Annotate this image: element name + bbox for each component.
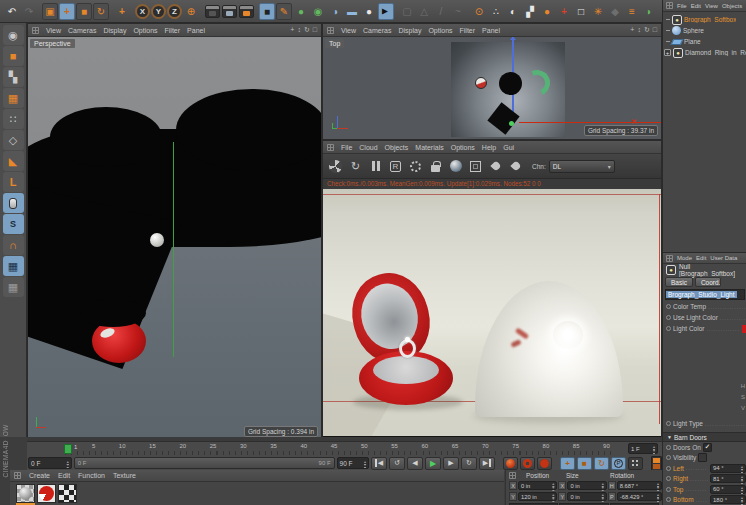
menu-options[interactable]: Options <box>133 27 157 34</box>
make-editable-icon[interactable]: ◉ <box>3 25 24 45</box>
panel-handle-icon[interactable] <box>666 2 673 9</box>
keyframe-dot-icon[interactable] <box>666 315 671 320</box>
menu-view[interactable]: View <box>341 27 356 34</box>
object-row-sphere[interactable]: Sphere <box>663 25 746 36</box>
play-reverse-button[interactable]: ↺ <box>389 457 405 470</box>
add-emitter-icon[interactable]: ✳ <box>590 3 606 20</box>
viewport-pan-icon[interactable]: + <box>630 26 634 34</box>
stepper-icon[interactable]: ▴▾ <box>651 445 655 452</box>
menu-filter[interactable]: Filter <box>460 27 476 34</box>
object-row-plane[interactable]: Plane <box>663 36 746 47</box>
y-axis-lock-icon[interactable]: Y <box>151 4 166 19</box>
menu-filter[interactable]: Filter <box>165 27 181 34</box>
viewport-rotate-icon[interactable]: ↻ <box>304 26 310 34</box>
barn-top-field[interactable]: 60 °▴▾ <box>710 485 746 494</box>
spline-arc-icon[interactable]: △ <box>416 3 432 20</box>
polygons-mode-icon[interactable]: ◣ <box>3 151 24 171</box>
viewport-label[interactable]: Top <box>325 39 344 48</box>
menu-options[interactable]: Options <box>428 27 452 34</box>
menu-options[interactable]: Options <box>451 144 475 151</box>
menu-function[interactable]: Function <box>78 472 105 479</box>
keyframe-dot-icon[interactable] <box>666 326 671 331</box>
position-y-field[interactable]: 120 in▴▾ <box>518 492 557 501</box>
menu-help[interactable]: Help <box>482 144 496 151</box>
restart-render-icon[interactable]: ↻ <box>348 159 363 174</box>
snap-grid-icon[interactable]: ▦ <box>3 277 24 297</box>
menu-user-data[interactable]: User Data <box>710 255 737 261</box>
material-thumbnail-checker[interactable] <box>58 484 77 503</box>
add-boolean-icon[interactable]: ◐ <box>505 3 521 20</box>
axis-modify-icon[interactable]: + <box>114 3 130 20</box>
record-position-toggle[interactable]: + <box>560 457 575 470</box>
render-view-icon[interactable] <box>204 3 220 20</box>
property-use-light-color[interactable]: Use Light Color <box>663 312 746 323</box>
expand-icon[interactable]: + <box>664 49 671 56</box>
add-dynamics-icon[interactable]: ◗ <box>641 3 657 20</box>
menu-edit[interactable]: Edit <box>691 3 701 9</box>
menu-edit[interactable]: Edit <box>58 472 70 479</box>
stepper-icon[interactable]: ▴▾ <box>739 496 743 503</box>
viewport-rotate-icon[interactable]: ↻ <box>644 26 650 34</box>
record-keyframe-button[interactable] <box>503 457 518 470</box>
channel-select[interactable]: DL▾ <box>549 160 615 173</box>
menu-file[interactable]: File <box>341 144 352 151</box>
pause-render-icon[interactable] <box>368 159 383 174</box>
menu-view[interactable]: View <box>46 27 61 34</box>
lock-resolution-icon[interactable] <box>428 159 443 174</box>
add-cube-icon[interactable]: ■ <box>259 3 275 20</box>
keyframe-dot-icon[interactable] <box>666 487 671 492</box>
region-render-icon[interactable]: R <box>388 159 403 174</box>
panel-handle-icon[interactable] <box>509 472 516 479</box>
menu-view[interactable]: View <box>705 3 718 9</box>
name-field[interactable]: Brograph_Studio_Light <box>665 289 745 300</box>
property-light-type[interactable]: Light Type <box>663 418 746 429</box>
current-frame-field[interactable]: 0 F▴▾ <box>28 457 72 469</box>
coordinate-system-icon[interactable]: ⊕ <box>183 3 199 20</box>
keyframe-dot-icon[interactable] <box>666 497 671 502</box>
workplane-mode-icon[interactable]: ▦ <box>3 88 24 108</box>
viewport-filter-icon[interactable] <box>3 193 24 213</box>
size-y-field[interactable]: 0 in▴▾ <box>567 492 606 501</box>
stepper-icon[interactable]: ▴▾ <box>739 486 743 493</box>
keyframe-dot-icon[interactable] <box>666 421 671 426</box>
render-picture-viewer-icon[interactable] <box>221 3 237 20</box>
z-axis-lock-icon[interactable]: Z <box>167 4 182 19</box>
scale-tool-icon[interactable]: ■ <box>76 3 92 20</box>
texture-mode-icon[interactable]: ▚ <box>3 67 24 87</box>
panel-handle-icon[interactable] <box>32 27 39 34</box>
position-x-field[interactable]: 0 in▴▾ <box>518 481 557 490</box>
go-to-start-button[interactable]: ◀ <box>371 457 387 470</box>
visibility-checkbox[interactable]: ✓ <box>698 453 707 462</box>
end-frame-field[interactable]: 90 F▴▾ <box>337 457 369 469</box>
material-thumbnail-red[interactable] <box>37 484 56 503</box>
add-pen-icon[interactable]: ✎ <box>276 3 292 20</box>
points-mode-icon[interactable]: ∷ <box>3 109 24 129</box>
pick-focus-icon[interactable] <box>508 159 523 174</box>
object-row-brograph-softbox[interactable]: ● Brograph_Softbox <box>663 14 746 25</box>
kernel-icon[interactable] <box>328 159 343 174</box>
menu-objects[interactable]: Objects <box>385 144 409 151</box>
add-field-icon[interactable]: □ <box>573 3 589 20</box>
panel-handle-icon[interactable] <box>327 27 334 34</box>
add-floor-icon[interactable]: ▬ <box>344 3 360 20</box>
stepper-icon[interactable]: ▴▾ <box>739 475 743 482</box>
rotate-tool-icon[interactable]: ↻ <box>93 3 109 20</box>
add-cloner-icon[interactable]: + <box>556 3 572 20</box>
panel-handle-icon[interactable] <box>14 472 21 479</box>
barn-bottom-field[interactable]: 180 °▴▾ <box>710 495 746 504</box>
panel-handle-icon[interactable] <box>327 144 334 151</box>
viewport-label[interactable]: Perspective <box>30 39 75 48</box>
viewport-maximize-icon[interactable]: □ <box>313 26 317 34</box>
autokeying-button[interactable] <box>520 457 535 470</box>
workplane-lock-icon[interactable]: ▦ <box>3 256 24 276</box>
menu-create[interactable]: Create <box>29 472 50 479</box>
frame-increment-field[interactable]: 1 F▴▾ <box>628 443 658 454</box>
plane-icon[interactable] <box>671 39 684 45</box>
spline-sketch-icon[interactable]: ~ <box>450 3 466 20</box>
next-frame-button[interactable]: ▶ <box>443 457 459 470</box>
panel-handle-icon[interactable] <box>666 255 673 262</box>
edges-mode-icon[interactable]: ◇ <box>3 130 24 150</box>
menu-display[interactable]: Display <box>398 27 421 34</box>
property-light-color[interactable]: Light Color <box>663 323 746 334</box>
keyframe-dot-icon[interactable] <box>666 445 671 450</box>
